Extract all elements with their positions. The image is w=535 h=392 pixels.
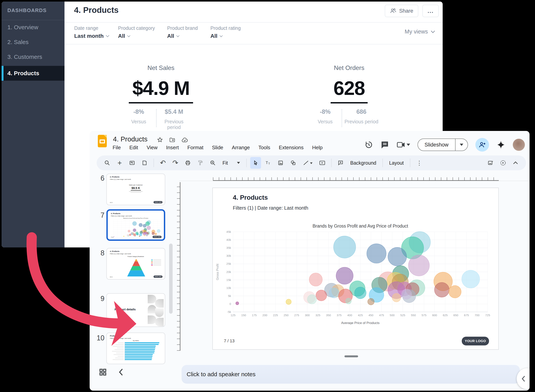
screenshot-stage: DASHBOARDS 1. Overview 2. Sales 3. Custo… [0, 0, 535, 392]
red-annotation-arrow [0, 0, 535, 392]
